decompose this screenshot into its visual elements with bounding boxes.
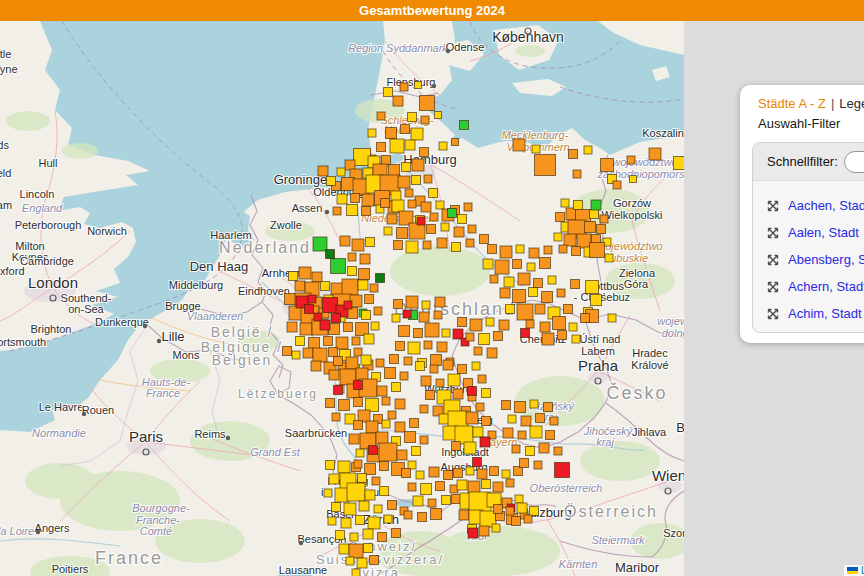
map-marker[interactable]: [354, 460, 362, 468]
map-marker[interactable]: [530, 426, 542, 438]
map-marker[interactable]: [339, 400, 350, 411]
map-marker[interactable]: [398, 176, 410, 188]
map-marker[interactable]: [344, 503, 356, 515]
map-marker[interactable]: [408, 200, 416, 208]
map-marker[interactable]: [305, 305, 314, 314]
map-marker[interactable]: [405, 432, 416, 443]
map-marker[interactable]: [488, 245, 497, 254]
map-marker[interactable]: [472, 362, 480, 370]
map-marker[interactable]: [554, 233, 562, 241]
map-marker[interactable]: [321, 282, 330, 291]
map-marker[interactable]: [417, 217, 425, 225]
map-marker[interactable]: [332, 503, 341, 512]
map-marker[interactable]: [518, 273, 530, 285]
map-marker[interactable]: [605, 254, 613, 262]
map-marker[interactable]: [387, 214, 397, 224]
map-marker[interactable]: [490, 467, 499, 476]
map-marker[interactable]: [478, 375, 486, 383]
map-marker[interactable]: [555, 463, 570, 478]
map-marker[interactable]: [487, 348, 497, 358]
map-marker[interactable]: [483, 259, 493, 269]
map-marker[interactable]: [526, 320, 534, 328]
map-marker[interactable]: [395, 399, 405, 409]
map-marker[interactable]: [365, 295, 374, 304]
map-marker[interactable]: [331, 283, 343, 295]
map-marker[interactable]: [380, 462, 389, 471]
map-marker[interactable]: [420, 405, 428, 413]
map-marker[interactable]: [334, 386, 343, 395]
map-marker[interactable]: [342, 279, 358, 295]
map-marker[interactable]: [392, 314, 400, 322]
map-marker[interactable]: [466, 333, 474, 341]
map-marker[interactable]: [374, 307, 382, 315]
map-marker[interactable]: [405, 140, 415, 150]
map-marker[interactable]: [350, 533, 358, 541]
map-marker[interactable]: [601, 159, 614, 172]
map-marker[interactable]: [468, 387, 477, 396]
map-marker[interactable]: [535, 304, 545, 314]
map-marker[interactable]: [352, 569, 360, 576]
map-marker[interactable]: [421, 484, 432, 495]
map-marker[interactable]: [299, 267, 311, 279]
map-marker[interactable]: [415, 82, 422, 89]
map-marker[interactable]: [400, 372, 408, 380]
map-marker[interactable]: [326, 461, 335, 470]
map-marker[interactable]: [581, 314, 590, 323]
map-marker[interactable]: [393, 96, 403, 106]
map-marker[interactable]: [500, 288, 510, 298]
map-marker[interactable]: [354, 381, 363, 390]
map-marker[interactable]: [339, 544, 349, 554]
map-marker[interactable]: [420, 436, 428, 444]
map-marker[interactable]: [332, 413, 340, 421]
map-marker[interactable]: [377, 143, 386, 152]
map-marker[interactable]: [303, 348, 313, 358]
map-marker[interactable]: [421, 376, 431, 386]
map-marker[interactable]: [376, 359, 384, 367]
map-marker[interactable]: [452, 495, 461, 504]
map-marker[interactable]: [526, 447, 535, 456]
map-marker[interactable]: [394, 300, 403, 309]
map-marker[interactable]: [428, 499, 436, 507]
map-marker[interactable]: [333, 207, 341, 215]
map-marker[interactable]: [313, 237, 327, 251]
map-marker[interactable]: [504, 277, 514, 287]
map-marker[interactable]: [534, 279, 543, 288]
map-marker[interactable]: [434, 311, 442, 319]
map-marker[interactable]: [390, 139, 404, 153]
map-marker[interactable]: [429, 189, 438, 198]
map-marker[interactable]: [289, 272, 298, 281]
map-marker[interactable]: [377, 386, 387, 396]
map-marker[interactable]: [506, 507, 514, 515]
map-marker[interactable]: [513, 290, 526, 303]
map-marker[interactable]: [360, 254, 370, 264]
map-marker[interactable]: [422, 301, 430, 309]
map-marker[interactable]: [521, 416, 531, 426]
map-marker[interactable]: [591, 200, 601, 210]
city-link[interactable]: Abensberg, Stadt: [788, 252, 864, 267]
map-marker[interactable]: [326, 399, 335, 408]
map-marker[interactable]: [344, 323, 353, 332]
map-marker[interactable]: [556, 213, 565, 222]
map-marker[interactable]: [429, 467, 439, 477]
map-marker[interactable]: [540, 322, 550, 332]
map-marker[interactable]: [442, 496, 451, 505]
map-marker[interactable]: [476, 403, 484, 411]
map-marker[interactable]: [437, 342, 447, 352]
map-marker[interactable]: [459, 510, 469, 520]
map-marker[interactable]: [408, 113, 417, 122]
map-marker[interactable]: [388, 501, 397, 510]
map-marker[interactable]: [341, 518, 351, 528]
map-marker[interactable]: [468, 225, 476, 233]
zoom-to-icon[interactable]: [767, 281, 779, 293]
map-marker[interactable]: [452, 442, 461, 451]
map-marker[interactable]: [546, 431, 555, 440]
map-marker[interactable]: [553, 317, 566, 330]
map-marker[interactable]: [454, 469, 463, 478]
map-marker[interactable]: [358, 474, 367, 483]
map-marker[interactable]: [329, 370, 339, 380]
city-link[interactable]: Achern, Stadt: [788, 279, 864, 294]
map-marker[interactable]: [366, 421, 378, 433]
map-marker[interactable]: [564, 305, 573, 314]
map-marker[interactable]: [512, 517, 521, 526]
map-marker[interactable]: [400, 83, 408, 91]
